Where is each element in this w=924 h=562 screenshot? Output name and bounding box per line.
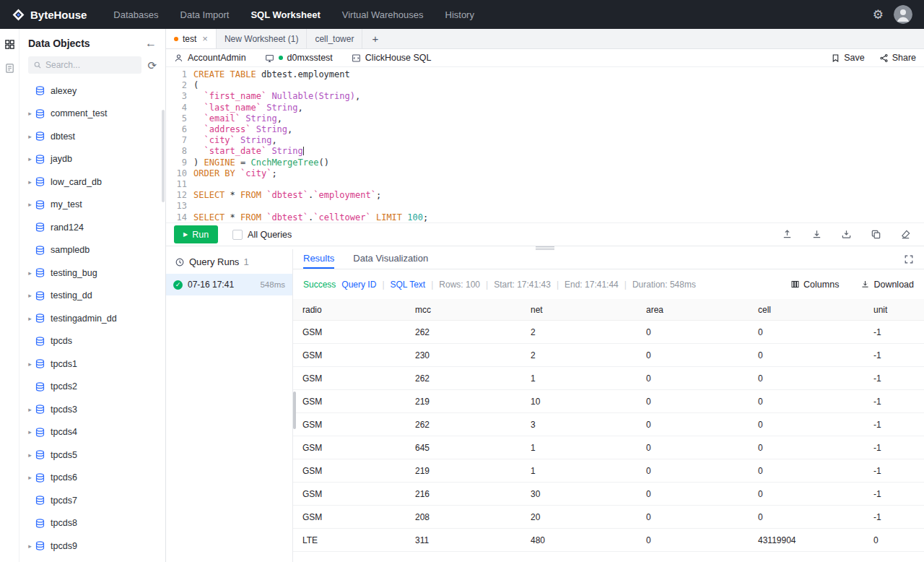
tab-results[interactable]: Results	[303, 249, 334, 269]
code-line[interactable]: (	[193, 80, 924, 91]
editor-code[interactable]: CREATE TABLE dbtest.employment( `first_n…	[193, 69, 924, 222]
code-line[interactable]: `email` String,	[193, 113, 924, 124]
columns-button[interactable]: Columns	[790, 280, 839, 290]
download-results-button[interactable]: Download	[860, 280, 914, 290]
expand-caret-icon[interactable]: ▸	[25, 269, 35, 277]
sidebar-item-tpcds6[interactable]: ▸tpcds6	[19, 467, 165, 490]
sidebar-item-testing-bug[interactable]: ▸testing_bug	[19, 261, 165, 285]
sidebar-item-testingadmin-dd[interactable]: ▸testingadmin_dd	[19, 307, 165, 330]
expand-caret-icon[interactable]: ▸	[25, 542, 35, 550]
table-row[interactable]: GSM230200-1	[293, 344, 924, 367]
sidebar-item-dbtest[interactable]: ▸dbtest	[19, 125, 165, 148]
warehouse-selector[interactable]: d0mxsstest	[265, 53, 333, 63]
search-box[interactable]	[28, 56, 141, 74]
link-sql-text[interactable]: SQL Text	[391, 280, 426, 290]
sidebar-item-tpcds7[interactable]: tpcds7	[19, 489, 165, 512]
expand-caret-icon[interactable]: ▸	[25, 474, 35, 481]
add-worksheet-button[interactable]: +	[362, 29, 388, 48]
nav-item-sql-worksheet[interactable]: SQL Worksheet	[240, 0, 331, 29]
tab-new-worksheet-1[interactable]: New Worksheet (1)	[217, 29, 307, 48]
sidebar-item-tpcds5[interactable]: ▸tpcds5	[19, 444, 165, 467]
sidebar-item-alexey[interactable]: alexey	[19, 79, 165, 103]
column-header-net[interactable]: net	[521, 305, 637, 315]
download-icon[interactable]	[811, 229, 822, 240]
expand-caret-icon[interactable]: ▸	[25, 292, 35, 299]
sidebar-item-sampledb[interactable]: sampledb	[19, 239, 165, 262]
expand-caret-icon[interactable]: ▸	[25, 406, 35, 413]
table-row[interactable]: GSM262300-1	[293, 413, 924, 436]
table-row[interactable]: GSM2163000-1	[293, 483, 924, 506]
expand-results-icon[interactable]	[904, 249, 914, 269]
code-line[interactable]: `city` String,	[193, 135, 924, 146]
query-run-item[interactable]: ✓07-16 17:41548ms	[166, 274, 292, 295]
settings-gear-icon[interactable]: ⚙	[873, 9, 884, 21]
expand-caret-icon[interactable]: ▸	[25, 178, 35, 186]
code-line[interactable]: ORDER BY `city`;	[193, 168, 924, 179]
sidebar-item-tpcds3[interactable]: ▸tpcds3	[19, 398, 165, 421]
expand-caret-icon[interactable]: ▸	[25, 315, 35, 322]
close-tab-icon[interactable]: ×	[202, 33, 208, 44]
nav-item-data-import[interactable]: Data Import	[170, 0, 240, 29]
code-line[interactable]: `last_name` String,	[193, 103, 924, 113]
sidebar-item-tpcds8[interactable]: tpcds8	[19, 512, 165, 535]
column-header-unit[interactable]: unit	[864, 305, 924, 315]
tab-test[interactable]: test×	[166, 29, 217, 48]
table-row[interactable]: GSM262200-1	[293, 321, 924, 344]
data-objects-rail-icon[interactable]	[4, 39, 15, 50]
table-row[interactable]: GSM219100-1	[293, 459, 924, 483]
sidebar-item-tpcds1[interactable]: ▸tpcds1	[19, 353, 165, 376]
sidebar-item-tpcds2[interactable]: tpcds2	[19, 376, 165, 399]
search-input[interactable]	[45, 60, 136, 70]
code-line[interactable]	[193, 179, 924, 190]
code-line[interactable]: `start_date` String	[193, 146, 924, 157]
sidebar-item-rand124[interactable]: rand124	[19, 216, 165, 239]
link-query-id[interactable]: Query ID	[341, 280, 376, 290]
worksheets-rail-icon[interactable]	[4, 63, 15, 74]
table-row[interactable]: LTE3114800431199040	[293, 529, 924, 552]
sidebar-item-tpcds4[interactable]: ▸tpcds4	[19, 421, 165, 444]
nav-item-history[interactable]: History	[435, 0, 485, 29]
brand[interactable]: ByteHouse	[12, 8, 87, 22]
table-row[interactable]: GSM2082000-1	[293, 506, 924, 529]
code-line[interactable]: ) ENGINE = CnchMergeTree()	[193, 157, 924, 168]
table-row[interactable]: GSM262100-1	[293, 367, 924, 390]
sidebar-scrollbar[interactable]	[162, 110, 165, 202]
column-header-area[interactable]: area	[637, 305, 749, 315]
tab-data-visualization[interactable]: Data Visualization	[353, 249, 428, 269]
sidebar-item-my-test[interactable]: ▸my_test	[19, 194, 165, 217]
user-avatar[interactable]	[894, 5, 912, 24]
code-line[interactable]: `first_name` Nullable(String),	[193, 91, 924, 102]
expand-caret-icon[interactable]: ▸	[25, 360, 35, 368]
nav-item-databases[interactable]: Databases	[103, 0, 169, 29]
expand-caret-icon[interactable]: ▸	[25, 110, 35, 117]
sidebar-item-low-card-db[interactable]: ▸low_card_db	[19, 170, 165, 194]
table-row[interactable]: GSM2191000-1	[293, 390, 924, 413]
all-queries-checkbox[interactable]	[232, 230, 243, 240]
sidebar-item-tpcds9[interactable]: ▸tpcds9	[19, 535, 165, 558]
refresh-icon[interactable]: ⟳	[147, 60, 157, 71]
table-row[interactable]: GSM645100-1	[293, 436, 924, 459]
sidebar-item-comment-test[interactable]: ▸comment_test	[19, 103, 165, 126]
sidebar-item-testing-dd[interactable]: ▸testing_dd	[19, 285, 165, 308]
expand-caret-icon[interactable]: ▸	[25, 201, 35, 208]
expand-caret-icon[interactable]: ▸	[25, 133, 35, 140]
upload-icon[interactable]	[782, 229, 793, 240]
code-line[interactable]: `address` String,	[193, 124, 924, 135]
sql-editor[interactable]: 123456789101112131415 CREATE TABLE dbtes…	[166, 67, 924, 222]
import-tray-icon[interactable]	[841, 229, 852, 240]
column-header-mcc[interactable]: mcc	[406, 305, 521, 315]
collapse-sidebar-icon[interactable]: ←	[145, 38, 157, 49]
code-line[interactable]: CREATE TABLE dbtest.employment	[193, 69, 924, 80]
run-button[interactable]: ▶ Run	[174, 225, 218, 243]
code-line[interactable]: SELECT * FROM `dbtest`.`celltower` LIMIT…	[193, 212, 924, 222]
results-scrollbar[interactable]	[293, 392, 296, 429]
copy-icon[interactable]	[871, 229, 881, 240]
code-line[interactable]	[193, 201, 924, 212]
column-header-cell[interactable]: cell	[749, 305, 864, 315]
expand-caret-icon[interactable]: ▸	[25, 428, 35, 436]
role-selector[interactable]: AccountAdmin	[174, 53, 246, 63]
tab-cell-tower[interactable]: cell_tower	[307, 29, 362, 48]
expand-caret-icon[interactable]: ▸	[25, 451, 35, 459]
save-button[interactable]: Save	[831, 53, 865, 63]
dialect-selector[interactable]: ClickHouse SQL	[352, 53, 432, 63]
